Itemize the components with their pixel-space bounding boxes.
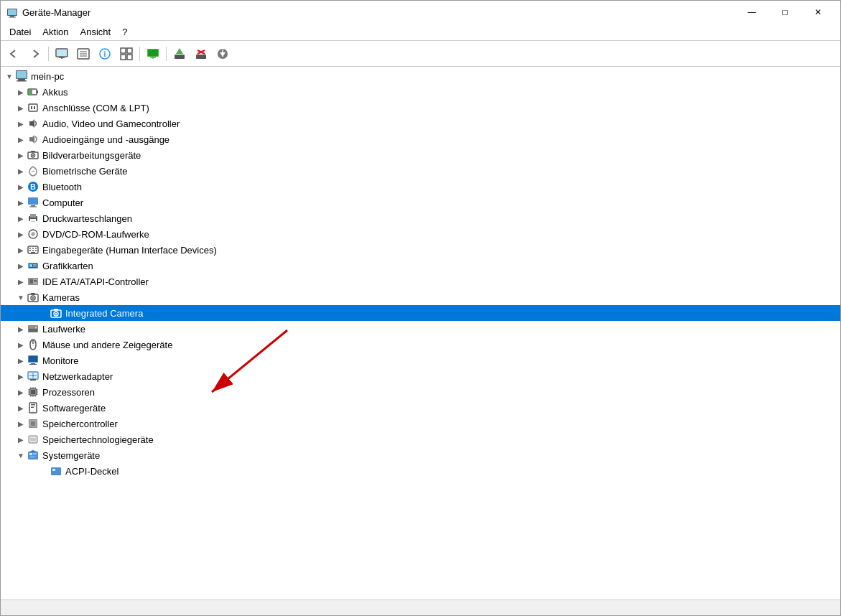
tree-item-eingabe[interactable]: ▶ Eingabegeräte (Human	[1, 242, 840, 258]
kameras-icon	[27, 291, 40, 304]
tree-item-akkus[interactable]: ▶ Akkus	[1, 84, 840, 100]
anschluesse-expander[interactable]: ▶	[15, 102, 27, 113]
svg-rect-81	[31, 293, 35, 295]
tree-item-acpi[interactable]: ▶ ACPI-Deckel	[1, 463, 840, 479]
svg-point-84	[55, 313, 57, 314]
grid-button[interactable]	[116, 44, 136, 64]
tree-item-kameras[interactable]: ▼ Kameras	[1, 289, 840, 305]
speicher-tech-label: Speichertechnologiegeräte	[42, 434, 154, 445]
kameras-expander[interactable]: ▼	[15, 291, 27, 303]
svg-point-88	[35, 327, 37, 329]
minimize-button[interactable]: —	[735, 1, 768, 24]
monitore-expander[interactable]: ▶	[15, 355, 27, 366]
tree-item-audio[interactable]: ▶ Audio, Video und Gamecontroller	[1, 116, 840, 131]
bildverarbeitung-expander[interactable]: ▶	[15, 149, 27, 161]
tree-item-anschluesse[interactable]: ▶ Anschlüsse (COM & LPT)	[1, 100, 840, 116]
menu-ansicht[interactable]: Ansicht	[75, 25, 117, 39]
tree-item-speicher-tech[interactable]: ▶ Speichertechnologiegeräte	[1, 431, 840, 447]
ide-expander[interactable]: ▶	[15, 276, 27, 287]
eingabe-label: Eingabegeräte (Human Interface Devices)	[42, 245, 217, 256]
audioeingaenge-icon	[27, 133, 40, 146]
akkus-expander[interactable]: ▶	[15, 86, 27, 98]
tree-item-integrated-camera[interactable]: ▶ Integrated Camera	[1, 305, 840, 321]
back-button[interactable]	[4, 44, 24, 64]
svg-rect-1	[8, 9, 17, 15]
svg-rect-62	[32, 248, 34, 249]
svg-rect-7	[57, 50, 67, 56]
dvd-icon	[27, 228, 40, 241]
maeuse-expander[interactable]: ▶	[15, 339, 27, 350]
root-expander[interactable]: ▼	[4, 70, 15, 82]
bildverarbeitung-icon	[27, 149, 40, 162]
audio-expander[interactable]: ▶	[15, 118, 27, 129]
menu-datei[interactable]: Datei	[4, 25, 37, 39]
svg-point-44	[32, 155, 34, 157]
tree-item-monitore[interactable]: ▶ Monitore	[1, 353, 840, 368]
tree-item-ide[interactable]: ▶ IDE ATA/ATAPI-Controller	[1, 274, 840, 289]
forward-button[interactable]	[25, 44, 45, 64]
svg-rect-75	[29, 279, 33, 284]
tree-item-laufwerke[interactable]: ▶ Laufwerke	[1, 321, 840, 337]
svg-rect-49	[31, 205, 35, 207]
laufwerke-expander[interactable]: ▶	[15, 323, 27, 335]
system-expander[interactable]: ▼	[15, 449, 27, 461]
device-tree[interactable]: ▼ mein-pc ▶	[1, 67, 840, 599]
list-view-button[interactable]	[73, 44, 93, 64]
speicher-tech-expander[interactable]: ▶	[15, 434, 27, 445]
netzwerk-expander[interactable]: ▶	[15, 370, 27, 382]
remove-button[interactable]	[191, 44, 211, 64]
svg-rect-72	[33, 266, 37, 267]
monitor-button[interactable]	[143, 44, 163, 64]
acpi-label: ACPI-Deckel	[65, 466, 119, 477]
add-driver-button[interactable]	[169, 44, 190, 64]
grafik-expander[interactable]: ▶	[15, 260, 27, 271]
bluetooth-expander[interactable]: ▶	[15, 181, 27, 192]
tree-item-speicher-ctrl[interactable]: ▶ Speichercontroller	[1, 416, 840, 431]
tree-item-bildverarbeitung[interactable]: ▶ Bildverarbeitungsgeräte	[1, 147, 840, 163]
svg-point-59	[32, 233, 34, 235]
computer-expander[interactable]: ▶	[15, 197, 27, 208]
tree-root[interactable]: ▼ mein-pc	[1, 68, 840, 84]
tree-item-grafik[interactable]: ▶ Grafikkarten	[1, 258, 840, 274]
tree-item-audioeingaenge[interactable]: ▶ Audioeingänge und -ausgänge	[1, 131, 840, 147]
tree-item-biometrisch[interactable]: ▶ Biometrische Geräte	[1, 163, 840, 179]
tree-item-computer[interactable]: ▶ Computer	[1, 195, 840, 210]
tree-item-software[interactable]: ▶ Softwaregeräte	[1, 400, 840, 416]
svg-rect-139	[29, 456, 37, 457]
menu-help[interactable]: ?	[116, 25, 133, 39]
status-bar	[1, 599, 840, 615]
computer-view-button[interactable]	[52, 44, 72, 64]
svg-rect-142	[52, 469, 55, 471]
druck-expander[interactable]: ▶	[15, 213, 27, 224]
svg-rect-95	[31, 363, 35, 364]
download-button[interactable]	[213, 44, 233, 64]
prozessoren-expander[interactable]: ▶	[15, 386, 27, 398]
eingabe-expander[interactable]: ▶	[15, 244, 27, 256]
speicher-ctrl-expander[interactable]: ▶	[15, 418, 27, 429]
software-expander[interactable]: ▶	[15, 402, 27, 414]
tree-item-bluetooth[interactable]: ▶ B Bluetooth	[1, 179, 840, 195]
tree-item-druck[interactable]: ▶ Druckwarteschlangen	[1, 210, 840, 226]
software-label: Softwaregeräte	[42, 403, 106, 414]
maximize-button[interactable]: □	[768, 1, 801, 24]
close-button[interactable]: ✕	[801, 1, 835, 24]
svg-point-92	[32, 345, 34, 346]
menu-aktion[interactable]: Aktion	[37, 25, 74, 39]
info-button[interactable]: i	[95, 44, 115, 64]
audioeingaenge-label: Audioeingänge und -ausgänge	[42, 134, 169, 145]
audioeingaenge-expander[interactable]: ▶	[15, 134, 27, 145]
svg-marker-23	[176, 48, 183, 54]
svg-rect-17	[127, 55, 132, 60]
dvd-expander[interactable]: ▶	[15, 228, 27, 240]
tree-item-maeuse[interactable]: ▶ Mäuse und andere Zeigegeräte	[1, 337, 840, 353]
tree-item-dvd[interactable]: ▶ DVD/CD-ROM-Laufwerke	[1, 226, 840, 242]
tree-item-prozessoren[interactable]: ▶	[1, 384, 840, 400]
svg-rect-35	[37, 90, 38, 93]
tree-item-netzwerk[interactable]: ▶ Netzwerkadapter	[1, 368, 840, 384]
tree-item-system[interactable]: ▼ Systemgeräte	[1, 447, 840, 463]
svg-rect-22	[175, 55, 185, 59]
biometrisch-expander[interactable]: ▶	[15, 165, 27, 177]
computer-tree-icon	[27, 196, 40, 209]
svg-rect-16	[121, 55, 126, 60]
svg-text:i: i	[104, 50, 106, 58]
